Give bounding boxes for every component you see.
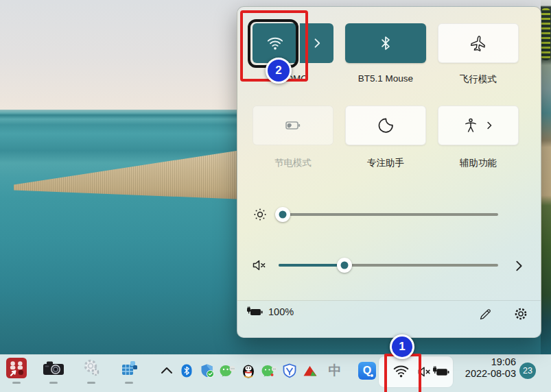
bluetooth-icon — [377, 35, 394, 51]
battery-saver-tile-label: 节电模式 — [253, 157, 333, 169]
bluetooth-tile-label: BT5.1 Mouse — [345, 73, 426, 84]
tray-windows-security[interactable] — [200, 363, 215, 378]
annotation-circle-step1: 1 — [390, 334, 414, 359]
volume-slider[interactable] — [279, 264, 498, 267]
brightness-icon — [253, 207, 268, 222]
pc-manager-shield-icon — [282, 363, 297, 378]
airplane-icon — [468, 33, 488, 53]
clock-date: 2022-08-03 — [465, 368, 516, 380]
focus-assist-button[interactable] — [345, 106, 426, 145]
edit-quick-settings-button[interactable] — [476, 305, 494, 323]
battery-saver-button[interactable] — [253, 106, 333, 145]
focus-assist-tile-label: 专注助手 — [345, 157, 426, 169]
wecom-icon — [261, 363, 277, 379]
tray-pc-manager[interactable] — [282, 363, 297, 378]
desktop-screen: MOMO BT5.1 Mouse 飞行模式 节电模式 — [0, 0, 551, 392]
gear-icon — [513, 306, 528, 321]
tray-bluetooth[interactable] — [180, 364, 194, 378]
wechat-icon — [219, 363, 235, 379]
blue-cubes-icon — [119, 358, 139, 378]
taskbar-app-gears-tool[interactable] — [81, 358, 102, 378]
running-indicator — [125, 382, 133, 384]
qq-penguin-icon — [241, 363, 256, 378]
brightness-slider-thumb[interactable] — [275, 207, 290, 222]
wallpaper-cattail — [541, 8, 550, 60]
camera-icon — [42, 359, 65, 377]
taskbar-app-remote-assist[interactable] — [6, 358, 27, 378]
chevron-right-icon — [311, 37, 323, 49]
tray-qq[interactable] — [241, 363, 256, 378]
remote-assist-icon — [6, 358, 27, 378]
q-app-icon: Q — [358, 362, 376, 380]
chevron-up-icon — [159, 363, 174, 378]
brightness-slider[interactable] — [279, 213, 498, 216]
pencil-icon — [478, 306, 493, 321]
settings-button[interactable] — [512, 305, 530, 323]
volume-slider-thumb[interactable] — [337, 258, 352, 273]
notification-count-badge[interactable]: 23 — [519, 363, 536, 379]
accessibility-button[interactable] — [438, 106, 519, 145]
bluetooth-icon — [180, 364, 194, 378]
airplane-tile-label: 飞行模式 — [438, 73, 519, 86]
annotation-circle-step2: 2 — [266, 58, 292, 84]
accessibility-tile-label: 辅助功能 — [438, 157, 519, 169]
chevron-right-icon — [512, 259, 526, 273]
tray-red-triangle-app[interactable] — [303, 363, 318, 378]
taskbar-app-camera[interactable] — [42, 358, 65, 378]
running-indicator — [87, 382, 95, 384]
battery-charging-icon — [432, 366, 451, 378]
battery-status[interactable]: 100% — [246, 306, 294, 317]
tray-wecom[interactable] — [261, 363, 277, 379]
moon-icon — [375, 114, 397, 136]
running-indicator — [49, 382, 58, 384]
tray-wechat[interactable] — [219, 363, 235, 379]
taskbar-app-q[interactable]: Q — [358, 362, 376, 380]
running-indicator — [12, 382, 21, 384]
taskbar-clock[interactable]: 19:06 2022-08-03 — [465, 356, 516, 380]
clock-time: 19:06 — [465, 356, 516, 368]
tray-battery[interactable] — [432, 366, 451, 378]
battery-saver-icon — [284, 118, 302, 133]
chevron-right-icon — [484, 121, 494, 130]
tray-ime-indicator[interactable]: 中 — [327, 362, 342, 380]
taskbar-app-cubes[interactable] — [119, 358, 139, 378]
security-shield-icon — [200, 363, 215, 378]
airplane-mode-button[interactable] — [438, 23, 519, 63]
bluetooth-button[interactable] — [345, 23, 426, 63]
gears-icon — [81, 358, 102, 378]
accessibility-person-icon — [462, 117, 479, 134]
quick-settings-footer: 100% — [237, 301, 541, 338]
volume-output-expand-button[interactable] — [511, 258, 527, 274]
red-triangle-icon — [303, 363, 318, 378]
battery-charging-icon — [246, 306, 264, 317]
battery-percent-label: 100% — [268, 306, 294, 317]
volume-slider-fill — [279, 264, 344, 267]
volume-muted-icon[interactable] — [251, 257, 268, 273]
tray-overflow-chevron[interactable] — [159, 363, 174, 378]
annotation-box-step1 — [384, 354, 421, 392]
